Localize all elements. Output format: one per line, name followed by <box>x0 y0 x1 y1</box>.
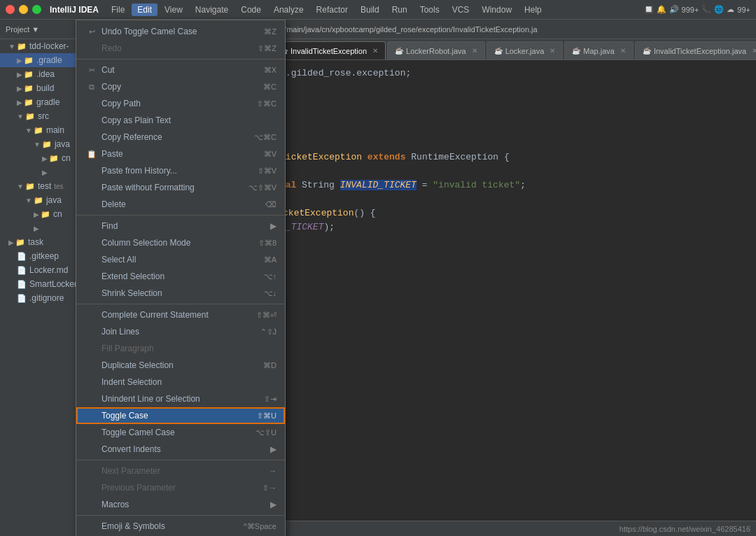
menu-emoji[interactable]: Emoji & Symbols ^⌘Space <box>76 518 285 535</box>
menu-paste[interactable]: 📋 Paste ⌘V <box>76 146 285 162</box>
cm-item-label: Delete <box>102 199 265 209</box>
menu-join-lines[interactable]: Join Lines ⌃⇧J <box>76 323 285 340</box>
cm-item-shortcut: → <box>269 467 276 475</box>
menu-copy-reference[interactable]: Copy Reference ⌥⌘C <box>76 129 285 146</box>
menu-redo: Redo ⇧⌘Z <box>76 40 285 57</box>
tab-label: LockerRobot.java <box>406 47 466 55</box>
tab-label: Map.java <box>583 47 615 55</box>
cm-item-label: Next Parameter <box>102 466 269 476</box>
menu-select-all[interactable]: Select All ⌘A <box>76 251 285 268</box>
code-token-text: ); <box>323 222 335 232</box>
menu-toggle-camel[interactable]: Toggle Camel Case ⌥⇧U <box>76 424 285 441</box>
menu-refactor[interactable]: Refactor <box>311 3 354 16</box>
sidebar-item-label: .gitkeep <box>29 251 59 261</box>
menu-build[interactable]: Build <box>355 3 385 16</box>
tab-close-icon[interactable]: ✕ <box>550 47 555 55</box>
menu-code[interactable]: Code <box>235 3 267 16</box>
arrow-icon: ▶ <box>17 85 22 92</box>
menu-find[interactable]: Find ▶ <box>76 218 285 234</box>
code-token-string: "invalid ticket" <box>433 180 520 190</box>
menu-navigate[interactable]: Navigate <box>190 3 234 16</box>
sidebar-item-label: tdd-locker- <box>29 41 69 51</box>
menu-copy-path[interactable]: Copy Path ⇧⌘C <box>76 95 285 112</box>
menu-paste-no-format[interactable]: Paste without Formatting ⌥⇧⌘V <box>76 179 285 196</box>
close-button[interactable] <box>6 5 15 14</box>
menu-delete[interactable]: Delete ⌫ <box>76 196 285 213</box>
menu-help[interactable]: Help <box>519 3 547 16</box>
java-tab-icon: ☕ <box>572 47 580 55</box>
menu-paste-history[interactable]: Paste from History... ⇧⌘V <box>76 162 285 179</box>
menu-file[interactable]: File <box>106 3 130 16</box>
tab-close-icon[interactable]: ✕ <box>372 47 378 55</box>
code-token-semi: ; <box>520 180 526 190</box>
menu-edit[interactable]: Edit <box>132 3 158 16</box>
code-token-keyword: extends <box>368 152 411 162</box>
cm-item-label: Complete Current Statement <box>102 310 256 320</box>
menu-window[interactable]: Window <box>476 3 517 16</box>
menu-complete-statement[interactable]: Complete Current Statement ⇧⌘⏎ <box>76 306 285 323</box>
menu-separator-2 <box>76 215 285 216</box>
menu-column-selection[interactable]: Column Selection Mode ⇧⌘8 <box>76 234 285 251</box>
undo-icon: ↩ <box>85 27 99 36</box>
java-tab-icon: ☕ <box>643 47 651 55</box>
arrow-icon: ▼ <box>34 141 41 148</box>
menu-extend-selection[interactable]: Extend Selection ⌥↑ <box>76 268 285 285</box>
sidebar-item-label: task <box>28 237 43 247</box>
menu-indent[interactable]: Indent Selection <box>76 374 285 390</box>
menu-shrink-selection[interactable]: Shrink Selection ⌥↓ <box>76 285 285 302</box>
cm-item-shortcut: ⇧⌘C <box>257 99 276 108</box>
menu-next-param: Next Parameter → <box>76 463 285 479</box>
menu-prev-param: Previous Parameter ⇧→ <box>76 479 285 496</box>
cm-item-shortcut: ⇧⌘8 <box>258 239 276 248</box>
tab-locker-robot[interactable]: ☕ LockerRobot.java ✕ <box>387 41 485 59</box>
menu-toggle-case[interactable]: Toggle Case ⇧⌘U <box>76 407 285 424</box>
menu-copy[interactable]: ⧉ Copy ⌘C <box>76 78 285 95</box>
cm-item-shortcut: ⌥⇧⌘V <box>248 183 276 192</box>
cm-item-label: Extend Selection <box>102 271 264 281</box>
menu-separator-5 <box>76 515 285 516</box>
cm-item-label: Macros <box>102 500 267 509</box>
menu-run[interactable]: Run <box>386 3 413 16</box>
menu-view[interactable]: View <box>159 3 188 16</box>
menu-tools[interactable]: Tools <box>414 3 445 16</box>
menu-copy-plain-text[interactable]: Copy as Plain Text <box>76 112 285 129</box>
menu-vcs[interactable]: VCS <box>447 3 475 16</box>
java-tab-icon: ☕ <box>395 47 403 55</box>
arrow-icon: ▶ <box>8 239 14 246</box>
menu-undo[interactable]: ↩ Undo Toggle Camel Case ⌘Z <box>76 23 285 40</box>
maximize-button[interactable] <box>32 5 41 14</box>
arrow-icon: ▶ <box>42 169 48 176</box>
folder-icon: 📁 <box>41 210 50 219</box>
context-menu: ↩ Undo Toggle Camel Case ⌘Z Redo ⇧⌘Z ✂ C… <box>76 20 286 536</box>
arrow-icon: ▼ <box>17 113 24 120</box>
arrow-icon: ▼ <box>17 183 24 190</box>
tab-locker[interactable]: ☕ Locker.java ✕ <box>486 41 564 59</box>
tab-close-icon[interactable]: ✕ <box>752 47 756 55</box>
copy-icon: ⧉ <box>85 83 99 92</box>
menu-duplicate[interactable]: Duplicate Selection ⌘D <box>76 357 285 374</box>
arrow-icon: ▼ <box>25 127 32 134</box>
menu-analyze[interactable]: Analyze <box>268 3 309 16</box>
cm-item-shortcut: ⌥↑ <box>264 272 277 281</box>
cm-item-shortcut: ⇧→ <box>262 484 276 493</box>
menu-convert-indents[interactable]: Convert Indents ▶ <box>76 441 285 458</box>
cm-item-shortcut: ⇧⌘⏎ <box>256 311 276 320</box>
sidebar-item-label: build <box>36 83 54 93</box>
menu-unindent[interactable]: Unindent Line or Selection ⇧⇥ <box>76 390 285 407</box>
menu-macros[interactable]: Macros ▶ <box>76 496 285 513</box>
folder-icon: 📁 <box>24 84 34 93</box>
menu-separator-4 <box>76 460 285 460</box>
status-url: https://blog.csdn.net/weixin_46285416 <box>620 525 750 533</box>
minimize-button[interactable] <box>19 5 28 14</box>
tab-invalid-ticket-exception[interactable]: ☕ InvalidTicketException ✕ <box>272 41 386 59</box>
cm-item-label: Emoji & Symbols <box>102 521 244 531</box>
sidebar-item-label: java <box>55 139 70 149</box>
file-icon: 📄 <box>17 280 27 289</box>
tab-close-icon[interactable]: ✕ <box>472 47 477 55</box>
cm-item-label: Find <box>102 221 267 231</box>
tab-invalid-ticket-java[interactable]: ☕ InvalidTicketException.java ✕ <box>635 41 756 59</box>
cm-item-shortcut: ⌘Z <box>264 27 276 36</box>
tab-map[interactable]: ☕ Map.java ✕ <box>564 41 634 59</box>
menu-cut[interactable]: ✂ Cut ⌘X <box>76 62 285 78</box>
tab-close-icon[interactable]: ✕ <box>620 47 626 55</box>
